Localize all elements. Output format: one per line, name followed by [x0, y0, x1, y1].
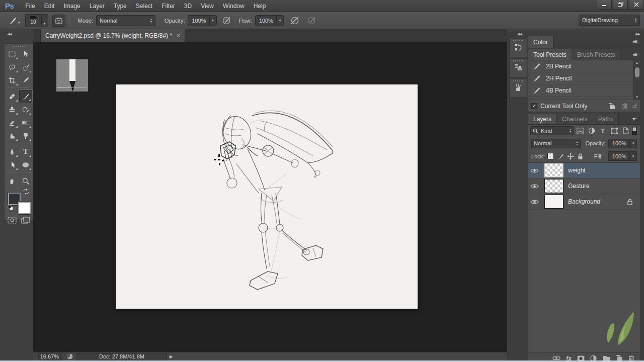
layer-thumbnail[interactable] [544, 179, 564, 193]
menu-window[interactable]: Window [218, 0, 249, 12]
scrollbar-thumb[interactable] [635, 67, 639, 77]
menu-select[interactable]: Select [131, 0, 157, 12]
brush-tool-indicator-icon[interactable] [7, 16, 17, 26]
close-button[interactable] [629, 0, 644, 10]
layer-row-weight[interactable]: weight [528, 163, 640, 178]
history-brush-tool[interactable] [19, 103, 32, 116]
eraser-tool[interactable] [6, 116, 19, 129]
dock-collapse-left-icon[interactable]: ◀◀ [517, 32, 522, 36]
pressure-opacity-icon[interactable] [222, 16, 231, 25]
lock-position-icon[interactable] [567, 153, 574, 160]
layer-filter-kind-dropdown[interactable]: Kind ▴▾ [530, 126, 574, 135]
layer-visibility-toggle[interactable] [528, 178, 541, 194]
workspace-switcher[interactable]: DigitalDrawing ▴▾ [579, 15, 640, 26]
delete-preset-trash-icon[interactable] [621, 103, 628, 110]
lock-all-icon[interactable] [577, 153, 584, 160]
tool-presets-panel-menu-icon[interactable]: ▾≡ [629, 49, 640, 60]
menu-image[interactable]: Image [59, 0, 85, 12]
layer-row-gesture[interactable]: Gesture [528, 178, 640, 194]
lock-paint-icon[interactable] [557, 153, 564, 160]
tab-tool-presets[interactable]: Tool Presets [528, 49, 572, 60]
layer-name[interactable]: Gesture [568, 183, 590, 190]
tab-channels[interactable]: Channels [557, 114, 593, 124]
hand-tool[interactable] [6, 174, 19, 187]
current-tool-only-checkbox[interactable]: ✓ [531, 103, 537, 109]
brush-size-picker[interactable]: 10 ▾ [25, 14, 48, 27]
brush-picker-arrow-icon[interactable]: ▾ [18, 21, 20, 25]
path-selection-tool[interactable] [6, 158, 19, 171]
pressure-size-icon[interactable] [307, 16, 316, 25]
rectangular-marquee-tool[interactable] [6, 48, 19, 60]
presets-scrollbar[interactable]: ▲ ▼ [633, 60, 640, 100]
brush-tool[interactable] [19, 90, 32, 103]
tab-layers[interactable]: Layers [528, 114, 557, 124]
layer-opacity-dropdown[interactable]: 100% ▾ [608, 139, 637, 148]
preset-row-4b-pencil[interactable]: 4B Pencil [528, 84, 640, 97]
restore-button[interactable] [613, 0, 628, 10]
status-menu-arrow[interactable]: ▶ [167, 354, 175, 359]
swap-colors-icon[interactable] [23, 189, 30, 195]
scroll-up-icon[interactable]: ▲ [635, 60, 638, 65]
filter-smart-objects-icon[interactable] [620, 127, 630, 134]
lasso-tool[interactable] [6, 61, 19, 73]
layers-panel-menu-icon[interactable]: ▾≡ [629, 114, 640, 124]
type-tool[interactable]: T [19, 145, 32, 158]
new-preset-icon[interactable] [608, 103, 615, 110]
menu-edit[interactable]: Edit [40, 0, 59, 12]
background-color-swatch[interactable] [18, 202, 31, 214]
toolbar-collapse-arrows[interactable]: ◀◀ [7, 32, 12, 36]
gradient-tool[interactable] [19, 116, 32, 129]
menu-file[interactable]: File [21, 0, 39, 12]
toolbar-grip[interactable] [13, 46, 25, 47]
tab-brush-presets[interactable]: Brush Presets [572, 49, 620, 60]
layer-thumbnail[interactable] [544, 163, 564, 177]
panel-resize-grip[interactable] [632, 104, 637, 108]
clone-stamp-tool[interactable] [6, 103, 19, 116]
screen-mode-button[interactable] [19, 214, 32, 226]
menu-filter[interactable]: Filter [157, 0, 180, 12]
flow-dropdown[interactable]: 100% ▾ [255, 15, 284, 26]
document-tab[interactable]: CarryWeight2.psd @ 16.7% (weight, RGB/8#… [40, 29, 185, 42]
lock-transparency-icon[interactable] [547, 153, 554, 159]
document-canvas[interactable] [116, 84, 418, 309]
preset-row-2b-pencil[interactable]: 2B Pencil [528, 60, 640, 72]
status-clock-icon[interactable] [66, 353, 73, 360]
quick-mask-button[interactable] [6, 214, 19, 226]
layer-blend-mode-dropdown[interactable]: Normal ▴▾ [531, 139, 581, 148]
filter-pixel-layers-icon[interactable] [575, 128, 585, 134]
filter-type-layers-icon[interactable]: T [598, 127, 608, 135]
quick-selection-tool[interactable] [19, 61, 32, 73]
menu-help[interactable]: Help [249, 0, 271, 12]
scroll-down-icon[interactable]: ▼ [635, 95, 638, 100]
default-colors-icon[interactable] [8, 205, 14, 211]
link-layers-icon[interactable] [552, 356, 560, 360]
menu-view[interactable]: View [196, 0, 218, 12]
dodge-tool[interactable] [19, 129, 32, 142]
layer-row-background[interactable]: Background [528, 194, 640, 210]
crop-tool[interactable] [6, 74, 19, 86]
menu-layer[interactable]: Layer [85, 0, 109, 12]
layer-visibility-toggle[interactable] [528, 163, 541, 178]
menu-3d[interactable]: 3D [180, 0, 196, 12]
layer-name[interactable]: Background [568, 198, 600, 205]
brush-panel-button[interactable] [509, 78, 527, 98]
minimize-button[interactable] [597, 0, 612, 10]
layer-visibility-toggle[interactable] [528, 194, 541, 209]
opacity-dropdown[interactable]: 100% ▾ [188, 15, 216, 26]
dock-collapse-right-icon[interactable]: ▶▶ [635, 32, 640, 36]
brush-size-flyout-arrow[interactable]: ▾ [41, 15, 48, 27]
background-lock-icon[interactable] [627, 199, 633, 205]
airbrush-toggle-icon[interactable] [290, 16, 300, 25]
clone-source-panel-button[interactable] [509, 58, 527, 77]
eyedropper-tool[interactable] [19, 74, 32, 86]
color-panel-menu-icon[interactable]: ▾≡ [629, 36, 640, 47]
smudge-tool[interactable] [6, 129, 19, 142]
preset-row-2h-pencil[interactable]: 2H Pencil [528, 72, 640, 84]
tab-paths[interactable]: Paths [593, 114, 619, 124]
toggle-brush-panel-button[interactable] [52, 15, 65, 27]
document-tab-close-icon[interactable]: × [177, 32, 180, 39]
tab-color[interactable]: Color [528, 36, 553, 48]
filter-shape-layers-icon[interactable] [609, 128, 619, 134]
layer-fill-dropdown[interactable]: 100% ▾ [608, 151, 637, 161]
preset-row-partial[interactable] [528, 97, 640, 100]
